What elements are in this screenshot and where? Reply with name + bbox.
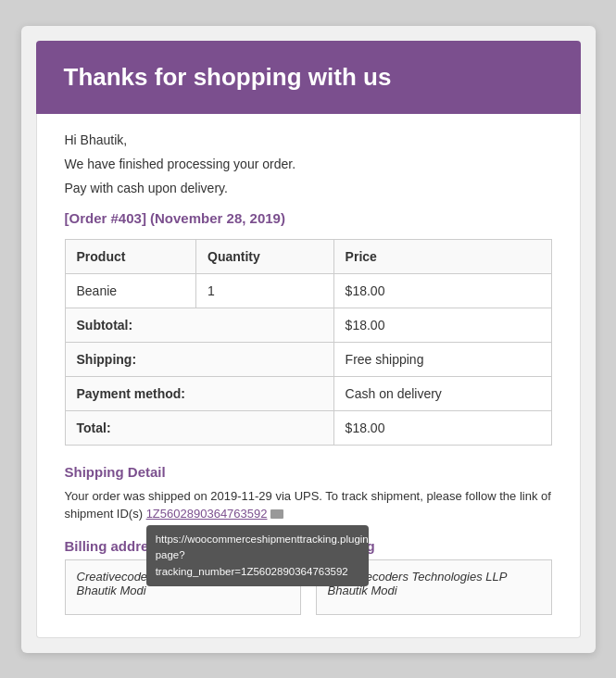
header-title: Thanks for shopping with us [64,63,553,92]
shipping-detail-title: Shipping Detail [65,464,552,480]
tracking-link-wrapper: 1Z5602890364763592 https://woocommercesh… [146,507,283,521]
col-quantity: Quantity [196,239,334,273]
col-price: Price [333,239,551,273]
subtotal-label: Subtotal: [65,308,333,342]
shipping-detail-text: Your order was shipped on 2019-11-29 via… [65,487,552,523]
processing-message: We have finished processing your order. [65,157,552,171]
table-row: Beanie 1 $18.00 [65,273,551,308]
order-table: Product Quantity Price Beanie 1 $18.00 S… [65,239,552,446]
shipping-row: Shipping: Free shipping [65,342,551,376]
subtotal-value: $18.00 [333,308,551,342]
payment-label: Payment method: [65,376,333,410]
subtotal-row: Subtotal: $18.00 [65,308,551,342]
shipping-value: Free shipping [333,342,551,376]
payment-row: Payment method: Cash on delivery [65,376,551,410]
tracking-link[interactable]: 1Z5602890364763592 [146,507,268,521]
payment-value: Cash on delivery [333,376,551,410]
item-product: Beanie [65,273,196,308]
email-wrapper: Thanks for shopping with us Hi Bhautik, … [21,26,596,653]
shipping-label: Shipping: [65,342,333,376]
item-price: $18.00 [333,273,551,308]
table-header-row: Product Quantity Price [65,239,551,273]
order-link[interactable]: [Order #403] (November 28, 2019) [65,210,285,226]
total-label: Total: [65,410,333,445]
shipping-text-before: Your order was shipped on 2019-11-29 via… [65,489,551,521]
greeting-text: Hi Bhautik, [65,132,552,147]
envelope-icon [270,509,283,519]
total-row: Total: $18.00 [65,410,551,445]
tracking-tooltip: https://woocommerceshipmenttracking.plug… [146,525,369,586]
total-value: $18.00 [333,410,551,445]
col-product: Product [65,239,196,273]
email-body: Hi Bhautik, We have finished processing … [36,114,581,638]
item-quantity: 1 [196,273,334,308]
email-header: Thanks for shopping with us [36,41,581,114]
payment-note: Pay with cash upon delivery. [65,181,552,195]
